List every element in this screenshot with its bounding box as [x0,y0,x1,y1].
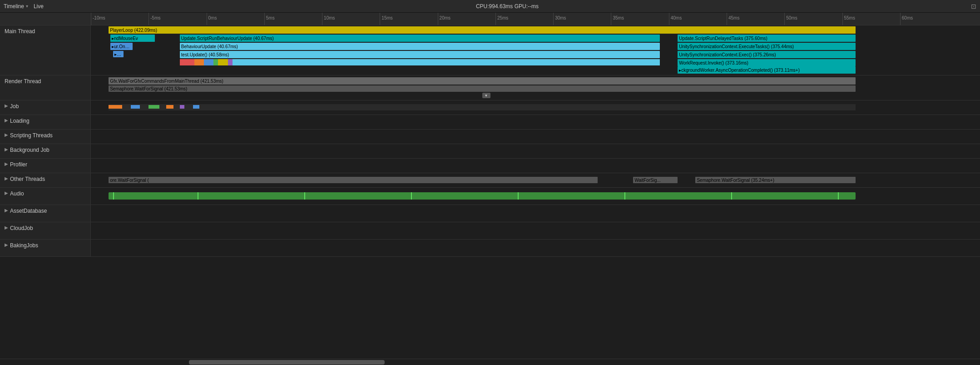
bar-label: Semaphore.WaitForSignal (35.24ms+) [697,178,774,183]
other-threads-row: ▶ Other Threads ore.WaitForSignal ( Wait… [0,173,980,188]
timeline-ruler: -10ms-5ms0ms5ms10ms15ms20ms25ms30ms35ms4… [91,13,980,25]
baking-jobs-label[interactable]: ▶ BakingJobs [0,240,91,256]
job-thread-label[interactable]: ▶ Job [0,100,91,115]
audio-tick1 [113,192,114,200]
cloud-job-text: CloudJob [10,225,33,231]
bar-scriptrun[interactable]: Update.ScriptRunBehaviourUpdate (40.67ms… [180,35,660,42]
job-thread-text: Job [10,103,19,110]
bar-label: test.Update() (40.58ms) [181,52,229,57]
baking-jobs-track[interactable] [91,240,980,256]
bar-label: UnitySynchronizationContext.ExecuteTasks… [679,44,794,49]
header-title: Timeline ▾ [4,3,28,10]
bar-other-wait1[interactable]: ore.WaitForSignal ( [109,177,598,183]
scripting-threads-label[interactable]: ▶ Scripting Threads [0,130,91,144]
expand-down-render-icon[interactable]: ▼ [482,93,490,98]
job-seg2 [131,105,140,109]
ruler-tick: 60ms [900,13,913,25]
bar-workrequest[interactable]: WorkRequest.Invoke() (373.16ms) [678,59,856,66]
background-job-track[interactable] [91,144,980,158]
ruler-tick: 50ms [784,13,797,25]
asset-database-row: ▶ AssetDatabase [0,205,980,222]
bar-testupdate[interactable]: test.Update() (40.58ms) [180,51,660,58]
other-threads-expand-arrow: ▶ [5,176,8,181]
ruler-tick: 35ms [611,13,624,25]
audio-tick7 [731,192,732,200]
bar-label: Semaphore.WaitForSignal (421.53ms) [110,86,187,91]
bar-delayedtasks[interactable]: Update.ScriptRunDelayedTasks (375.60ms) [678,35,856,42]
bar-other-wait2[interactable]: WaitForSig... [633,177,678,183]
loading-thread-text: Loading [10,118,30,124]
cloud-job-row: ▶ CloudJob [0,222,980,240]
bar-audio-main[interactable] [109,192,856,200]
baking-jobs-row: ▶ BakingJobs [0,240,980,257]
job-thread-track[interactable] [91,100,980,115]
profiler-label[interactable]: ▶ Profiler [0,159,91,173]
asset-database-text: AssetDatabase [10,208,47,214]
loading-thread-track[interactable] [91,115,980,129]
profiler-track[interactable] [91,159,980,173]
bar-label: ▸endM [114,52,122,57]
bar-mouseev[interactable]: ▸ndMouseEv [110,35,155,42]
bar-semaphore-render[interactable]: Semaphore.WaitForSignal (421.53ms) [109,85,856,92]
job-expand-arrow: ▶ [5,103,8,108]
audio-tick8 [838,192,839,200]
ruler-tick: 15ms [380,13,392,25]
profiler-text: Profiler [10,161,27,168]
cloud-job-label[interactable]: ▶ CloudJob [0,222,91,239]
main-thread-track[interactable]: PlayerLoop (422.09ms) ▸ndMouseEv Update.… [91,25,980,75]
bar-endm[interactable]: ▸endM [113,51,124,57]
ruler-tick: 30ms [553,13,566,25]
bar-label: PlayerLoop (422.09ms) [110,28,157,33]
render-thread-row: Render Thread Gfx.WaitForGfxCommandsFrom… [0,75,980,100]
asset-expand-arrow: ▶ [5,208,8,213]
bar-label: ▸ur.OnMou [112,44,131,49]
job-seg1 [109,105,122,109]
audio-tick2 [198,192,198,200]
bar-other-wait3[interactable]: Semaphore.WaitForSignal (35.24ms+) [695,177,855,183]
bar-label: WorkRequest.Invoke() (373.16ms) [679,60,748,65]
bar-label: ▸ndMouseEv [112,36,138,41]
scripting-threads-row: ▶ Scripting Threads [0,130,980,144]
cpu-gpu-stats: CPU:994.63ms GPU:--ms [44,3,971,10]
render-thread-text: Render Thread [5,78,41,85]
bar-label: Gfx.WaitForGfxCommandsFromMainThread (42… [110,79,223,84]
job-thread-row: ▶ Job [0,100,980,115]
bar-syncctx-exec[interactable]: UnitySynchronizationContext.ExecuteTasks… [678,43,856,50]
bar-label: Update.ScriptRunBehaviourUpdate (40.67ms… [181,36,274,41]
asset-database-label[interactable]: ▶ AssetDatabase [0,205,91,222]
audio-tick6 [624,192,625,200]
job-seg4 [166,105,173,109]
bar-label: Update.ScriptRunDelayedTasks (375.60ms) [679,36,767,41]
bar-behaviourupdate[interactable]: BehaviourUpdate (40.67ms) [180,43,660,50]
header-chevron-icon[interactable]: ▾ [26,4,28,9]
timeline-rows: Main Thread PlayerLoop (422.09ms) ▸ndMou… [0,25,980,359]
maximize-icon[interactable]: ⊡ [971,3,976,10]
bar-bgworker[interactable]: ▸ckgroundWorker.AsyncOperationCompleted(… [678,66,856,74]
scripting-threads-track[interactable] [91,130,980,144]
bar-label: BehaviourUpdate (40.67ms) [181,44,238,49]
baking-jobs-text: BakingJobs [10,242,38,249]
audio-label[interactable]: ▶ Audio [0,188,91,205]
horizontal-scrollbar[interactable] [0,359,980,365]
bar-label: WaitForSig... [634,178,660,183]
job-seg6 [193,105,199,109]
loading-thread-label[interactable]: ▶ Loading [0,115,91,129]
bar-playerloop[interactable]: PlayerLoop (422.09ms) [109,26,856,34]
scrollbar-thumb[interactable] [189,360,385,365]
audio-track[interactable] [91,188,980,205]
other-threads-text: Other Threads [10,176,45,182]
bar-gfxwait[interactable]: Gfx.WaitForGfxCommandsFromMainThread (42… [109,77,856,85]
loading-expand-arrow: ▶ [5,118,8,123]
background-job-expand-arrow: ▶ [5,147,8,152]
bar-onmou[interactable]: ▸ur.OnMou [110,43,133,50]
background-job-label[interactable]: ▶ Background Job [0,144,91,158]
bar-label: UnitySynchronizationContext.Exec() (375.… [679,52,776,57]
bar-label: ore.WaitForSignal ( [110,178,149,183]
cloud-job-track[interactable] [91,222,980,239]
bar-syncctx-exec2[interactable]: UnitySynchronizationContext.Exec() (375.… [678,51,856,58]
other-threads-label[interactable]: ▶ Other Threads [0,173,91,187]
other-threads-track[interactable]: ore.WaitForSignal ( WaitForSig... Semaph… [91,173,980,187]
asset-database-track[interactable] [91,205,980,222]
render-thread-track[interactable]: Gfx.WaitForGfxCommandsFromMainThread (42… [91,75,980,100]
audio-text: Audio [10,190,24,197]
